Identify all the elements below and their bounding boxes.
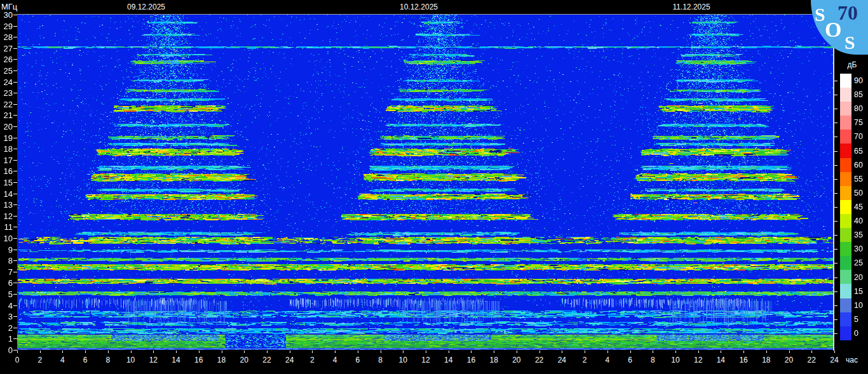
colorbar-band xyxy=(840,144,851,157)
x-axis-label: 10 xyxy=(123,356,139,364)
y-axis-label: 23 xyxy=(0,89,13,97)
y-axis-tick xyxy=(13,115,17,116)
x-axis-label: 6 xyxy=(622,356,639,364)
x-axis-tick xyxy=(539,351,540,353)
date-label-day1: 09.12.2025 xyxy=(108,3,184,11)
colorbar-tick xyxy=(834,263,837,264)
x-axis-tick xyxy=(562,351,562,353)
x-axis-tick xyxy=(62,351,63,353)
x-axis-tick xyxy=(766,351,767,353)
colorbar-band xyxy=(840,298,851,312)
colorbar-tick xyxy=(834,333,837,334)
y-axis-tick xyxy=(13,15,17,15)
colorbar-tick xyxy=(834,109,837,109)
y-axis-tick xyxy=(13,93,17,93)
colorbar-band xyxy=(840,158,851,172)
colorbar-value-label: 20 xyxy=(854,274,868,281)
y-axis-tick xyxy=(13,37,17,37)
x-axis-label: 24 xyxy=(553,356,570,364)
y-axis-label: 13 xyxy=(0,201,13,209)
x-axis-label: 18 xyxy=(758,356,775,364)
x-axis-tick xyxy=(244,351,245,353)
y-axis-label: 21 xyxy=(0,111,13,119)
x-axis-tick xyxy=(471,351,471,353)
spectrogram-screen: МГц 09.12.2025 10.12.2025 11.12.2025 302… xyxy=(0,0,868,374)
colorbar-value-label: 85 xyxy=(854,91,868,98)
y-axis-tick xyxy=(13,70,17,71)
y-axis-tick xyxy=(13,194,17,194)
y-axis-tick xyxy=(13,227,17,227)
x-axis-label: 24 xyxy=(826,356,843,364)
y-axis-tick xyxy=(13,26,17,27)
colorbar-value-label: 40 xyxy=(854,217,868,225)
colorbar-band xyxy=(840,270,851,284)
x-axis-tick xyxy=(789,351,790,353)
colorbar-tick xyxy=(834,207,837,208)
colorbar-value-label: 50 xyxy=(854,189,868,197)
y-axis-label: 10 xyxy=(0,234,13,243)
x-axis-label: 22 xyxy=(259,356,275,364)
y-axis-label: 11 xyxy=(0,223,13,231)
y-axis-tick xyxy=(13,82,17,83)
x-axis-tick xyxy=(131,351,132,353)
y-axis-tick xyxy=(13,160,17,161)
colorbar-band xyxy=(840,130,851,144)
x-axis-label: 18 xyxy=(214,356,230,364)
x-axis-tick xyxy=(675,351,676,353)
colorbar-tick xyxy=(834,193,837,194)
x-axis-tick xyxy=(335,351,336,353)
colorbar-value-label: 35 xyxy=(854,231,868,239)
colorbar-tick xyxy=(834,123,837,123)
colorbar-value-label: 15 xyxy=(854,288,868,295)
x-axis-label: 8 xyxy=(372,356,389,364)
y-axis-label: 29 xyxy=(0,22,13,30)
x-axis-tick xyxy=(743,351,744,353)
y-axis-tick xyxy=(13,59,17,60)
y-axis-tick xyxy=(13,272,17,272)
y-axis-label: 20 xyxy=(0,123,13,131)
y-axis-label: 6 xyxy=(0,279,13,287)
y-axis-label: 15 xyxy=(0,178,13,187)
x-axis-label: 12 xyxy=(690,356,707,364)
x-axis-label: 22 xyxy=(531,356,548,364)
x-axis-label: 20 xyxy=(236,356,252,364)
y-axis-tick xyxy=(13,294,17,295)
colorbar-band xyxy=(840,186,851,200)
colorbar-tick xyxy=(834,165,837,166)
x-axis-label: 12 xyxy=(145,356,161,364)
x-axis-label: 16 xyxy=(735,356,752,364)
colorbar-band xyxy=(840,116,851,130)
colorbar-band xyxy=(840,74,851,88)
colorbar-tick xyxy=(834,151,837,152)
colorbar-value-label: 80 xyxy=(854,105,868,112)
colorbar-tick xyxy=(834,221,837,222)
x-axis-tick xyxy=(381,351,381,353)
x-axis-tick xyxy=(517,351,517,353)
y-axis-tick xyxy=(13,283,17,283)
x-axis-label: 20 xyxy=(508,356,525,364)
y-axis-tick xyxy=(13,328,17,328)
x-axis-label: 2 xyxy=(576,356,593,364)
y-axis-label: 2 xyxy=(0,324,13,332)
colorbar-tick xyxy=(834,179,837,180)
x-axis-label: 4 xyxy=(327,356,343,364)
colorbar-value-label: 70 xyxy=(854,133,868,140)
x-axis-tick xyxy=(176,351,177,353)
x-axis-tick xyxy=(585,351,585,353)
colorbar-tick xyxy=(834,95,837,95)
y-axis-tick xyxy=(13,204,17,205)
colorbar-value-label: 10 xyxy=(854,302,868,309)
colorbar-band xyxy=(840,172,851,186)
x-axis-tick xyxy=(721,351,721,353)
x-axis-label: 16 xyxy=(191,356,207,364)
x-axis-tick xyxy=(222,351,222,353)
x-axis-tick xyxy=(494,351,494,353)
y-axis-label: 3 xyxy=(0,312,13,321)
x-axis-tick xyxy=(153,351,154,353)
x-axis-label: 12 xyxy=(417,356,434,364)
y-axis-tick xyxy=(13,104,17,105)
y-axis-label: 18 xyxy=(0,145,13,153)
x-axis-label: 2 xyxy=(304,356,320,364)
x-axis-label: 2 xyxy=(32,356,48,364)
y-axis-label: 1 xyxy=(0,335,13,343)
